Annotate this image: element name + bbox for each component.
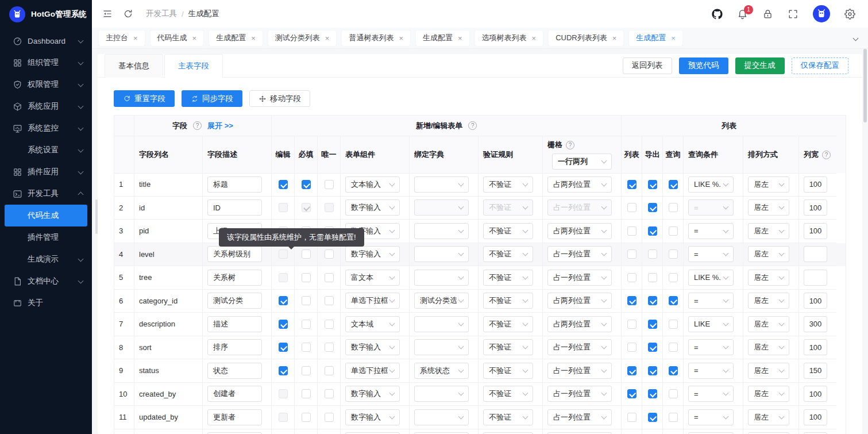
tab-close-icon[interactable]: × — [458, 34, 462, 42]
align-select[interactable]: 居左 — [748, 339, 789, 355]
unique-checkbox[interactable] — [325, 273, 334, 282]
unique-checkbox[interactable] — [325, 389, 334, 398]
field-desc-input[interactable]: 关系树 — [207, 270, 262, 286]
unique-checkbox[interactable] — [325, 413, 334, 422]
align-select[interactable]: 居左 — [748, 293, 789, 309]
required-checkbox[interactable] — [302, 320, 311, 329]
column-width-input[interactable]: 150 — [804, 363, 827, 379]
form-component-select[interactable]: 文本输入 — [345, 176, 400, 193]
required-checkbox[interactable] — [302, 413, 311, 422]
field-desc-input[interactable]: 创建者 — [207, 386, 262, 402]
validate-rule-select[interactable]: 不验证 — [483, 363, 533, 379]
unique-checkbox[interactable] — [325, 180, 334, 189]
field-desc-input[interactable]: 更新者 — [207, 409, 262, 425]
query-condition-select[interactable]: = — [688, 409, 734, 425]
validate-rule-select[interactable]: 不验证 — [483, 246, 533, 262]
sidebar-item-系统监控[interactable]: 系统监控 — [0, 117, 92, 139]
tab-close-icon[interactable]: × — [133, 34, 138, 42]
sidebar-item-系统应用[interactable]: 系统应用 — [0, 95, 92, 117]
validate-rule-select[interactable]: 不验证 — [483, 293, 533, 309]
refresh-page-icon[interactable] — [123, 9, 133, 19]
required-checkbox[interactable] — [302, 296, 311, 305]
dict-binding-select[interactable] — [414, 316, 469, 332]
sidebar-subitem-代码生成[interactable]: 代码生成 — [5, 205, 87, 226]
save-config-only-button[interactable]: 仅保存配置 — [792, 57, 849, 74]
tab-基本信息[interactable]: 基本信息 — [105, 54, 163, 78]
query-condition-select[interactable]: LIKE %...% — [688, 176, 734, 193]
required-checkbox[interactable] — [302, 180, 311, 189]
grid-layout-select[interactable]: 一行两列 — [552, 153, 612, 170]
form-component-select[interactable]: 单选下拉框 — [345, 293, 400, 309]
nav-tab-选项树表列表[interactable]: 选项树表列表× — [475, 30, 543, 46]
validate-rule-select[interactable]: 不验证 — [483, 316, 533, 332]
nav-tab-代码生成[interactable]: 代码生成× — [151, 30, 204, 46]
align-select[interactable]: 居左 — [748, 386, 789, 402]
export-checkbox[interactable] — [648, 320, 657, 329]
form-component-select[interactable]: 数字输入 — [345, 386, 400, 402]
tab-主表字段[interactable]: 主表字段 — [164, 54, 223, 78]
dict-binding-select[interactable] — [414, 409, 469, 425]
nav-tab-生成配置[interactable]: 生成配置× — [416, 30, 469, 46]
dict-binding-select[interactable] — [414, 386, 469, 402]
query-condition-select[interactable]: LIKE — [688, 316, 734, 332]
move-fields-button[interactable]: 移动字段 — [249, 90, 310, 107]
align-select[interactable]: 居左 — [748, 363, 789, 379]
nav-tab-生成配置[interactable]: 生成配置× — [629, 30, 682, 46]
grid-position-select[interactable]: 占一列位置 — [547, 339, 612, 355]
collapse-sidebar-icon[interactable] — [102, 9, 113, 19]
dict-binding-select[interactable] — [414, 270, 469, 286]
tab-close-icon[interactable]: × — [399, 34, 403, 42]
help-question-icon[interactable]: ? — [468, 121, 477, 130]
required-checkbox[interactable] — [302, 366, 311, 375]
list-checkbox[interactable] — [627, 366, 636, 375]
tabs-dropdown-chevron-icon[interactable] — [850, 34, 861, 43]
sidebar-subitem-生成演示[interactable]: 生成演示 — [5, 248, 87, 270]
list-checkbox[interactable] — [627, 180, 636, 189]
dict-binding-select[interactable] — [414, 339, 469, 355]
query-condition-select[interactable]: = — [688, 363, 734, 379]
field-desc-input[interactable]: 测试分类 — [207, 293, 262, 309]
column-width-input[interactable]: 100 — [804, 199, 827, 216]
nav-tab-测试分类列表[interactable]: 测试分类列表× — [268, 30, 337, 46]
export-checkbox[interactable] — [648, 273, 657, 282]
sidebar-item-开发工具[interactable]: 开发工具 — [0, 183, 92, 205]
sync-fields-button[interactable]: 同步字段 — [182, 90, 242, 107]
query-checkbox[interactable] — [669, 203, 678, 212]
list-checkbox[interactable] — [627, 226, 636, 236]
dict-binding-select[interactable] — [414, 176, 469, 193]
unique-checkbox[interactable] — [325, 320, 334, 329]
breadcrumb-parent[interactable]: 开发工具 — [146, 9, 177, 19]
field-desc-input[interactable]: 状态 — [207, 363, 262, 379]
grid-position-select[interactable]: 占一列位置 — [547, 363, 612, 379]
grid-position-select[interactable]: 占两列位置 — [547, 223, 612, 239]
edit-checkbox[interactable] — [279, 296, 288, 305]
column-width-input[interactable]: 100 — [804, 293, 827, 309]
query-checkbox[interactable] — [669, 320, 678, 329]
required-checkbox[interactable] — [302, 273, 311, 282]
unique-checkbox[interactable] — [325, 296, 334, 305]
column-width-input[interactable]: 300 — [804, 316, 827, 332]
form-component-select[interactable]: 数字输入 — [345, 199, 400, 216]
field-desc-input[interactable]: 标题 — [207, 176, 262, 193]
preview-code-button[interactable]: 预览代码 — [679, 57, 728, 74]
list-checkbox[interactable] — [627, 296, 636, 305]
grid-position-select[interactable]: 占一列位置 — [547, 199, 612, 216]
query-condition-select[interactable]: = — [688, 246, 734, 262]
sidebar-item-文档中心[interactable]: 文档中心 — [0, 270, 92, 292]
edit-checkbox[interactable] — [279, 180, 288, 189]
grid-position-select[interactable]: 占两列位置 — [547, 316, 612, 332]
export-checkbox[interactable] — [648, 296, 657, 305]
form-component-select[interactable]: 数字输入 — [345, 339, 400, 355]
submit-generate-button[interactable]: 提交生成 — [735, 57, 785, 74]
align-select[interactable]: 居左 — [748, 176, 789, 193]
github-icon[interactable] — [712, 9, 723, 20]
query-condition-select[interactable]: = — [688, 199, 734, 216]
tab-close-icon[interactable]: × — [612, 34, 617, 42]
export-checkbox[interactable] — [648, 366, 657, 375]
align-select[interactable]: 居左 — [748, 199, 789, 216]
export-checkbox[interactable] — [648, 249, 657, 259]
user-avatar[interactable] — [813, 5, 830, 22]
sidebar-subitem-插件管理[interactable]: 插件管理 — [5, 226, 87, 248]
column-width-input[interactable] — [804, 246, 827, 262]
nav-tab-生成配置[interactable]: 生成配置× — [209, 30, 263, 46]
